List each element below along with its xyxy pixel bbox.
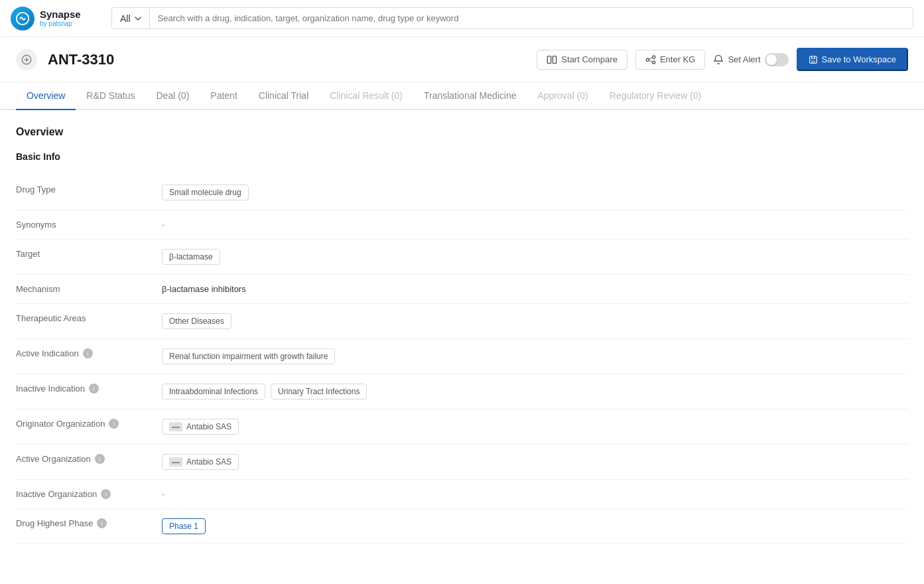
inactive-indication-tag-2[interactable]: Urinary Tract Infections	[271, 384, 367, 400]
tab-rd-status[interactable]: R&D Status	[76, 82, 145, 110]
svg-rect-10	[811, 60, 815, 63]
start-compare-button[interactable]: Start Compare	[537, 50, 627, 70]
save-workspace-button[interactable]: Save to Workspace	[797, 48, 908, 71]
basic-info-title: Basic Info	[16, 151, 908, 162]
active-org-label: Active Organization i	[16, 454, 162, 464]
svg-rect-3	[553, 56, 557, 63]
header: Synapse by patsnap All	[0, 0, 924, 37]
inactive-org-info-icon[interactable]: i	[101, 489, 111, 499]
tab-translational-medicine[interactable]: Translational Medicine	[413, 82, 527, 110]
drug-type-tag[interactable]: Small molecule drug	[162, 184, 249, 200]
inactive-indication-row: Inactive Indication i Intraabdominal Inf…	[16, 374, 908, 409]
drug-highest-phase-info-icon[interactable]: i	[97, 518, 107, 528]
target-label: Target	[16, 249, 162, 259]
svg-line-8	[649, 60, 652, 62]
tab-approval: Approval (0)	[527, 82, 599, 110]
synonyms-row: Synonyms -	[16, 210, 908, 240]
originator-org-row: Originator Organization i ▬▬ Antabio SAS	[16, 409, 908, 445]
drug-icon	[16, 49, 37, 70]
drug-type-label: Drug Type	[16, 184, 162, 194]
search-input[interactable]	[150, 8, 913, 29]
tabs: Overview R&D Status Deal (0) Patent Clin…	[0, 82, 924, 110]
therapeutic-areas-value: Other Diseases	[162, 313, 908, 329]
inactive-indication-label: Inactive Indication i	[16, 384, 162, 394]
drug-highest-phase-tag[interactable]: Phase 1	[162, 518, 206, 534]
search-bar: All	[111, 7, 913, 29]
tab-deal[interactable]: Deal (0)	[146, 82, 200, 110]
active-indication-tag[interactable]: Renal function impairment with growth fa…	[162, 348, 335, 364]
synonyms-value: -	[162, 220, 908, 230]
inactive-indication-tag-1[interactable]: Intraabdominal Infections	[162, 384, 265, 400]
active-indication-value: Renal function impairment with growth fa…	[162, 348, 908, 364]
save-icon	[809, 55, 818, 64]
svg-rect-2	[548, 56, 551, 63]
target-value: β-lactamase	[162, 249, 908, 265]
drug-highest-phase-row: Drug Highest Phase i Phase 1	[16, 509, 908, 544]
logo-text: Synapse by patsnap	[40, 9, 81, 28]
tab-regulatory-review: Regulatory Review (0)	[599, 82, 712, 110]
drug-actions: Start Compare Enter KG Set Alert	[537, 48, 908, 71]
content-area: Overview Basic Info Drug Type Small mole…	[0, 110, 924, 560]
therapeutic-areas-label: Therapeutic Areas	[16, 313, 162, 323]
chevron-down-icon	[135, 15, 141, 22]
alert-icon	[713, 54, 724, 65]
therapeutic-areas-tag[interactable]: Other Diseases	[162, 313, 231, 329]
drug-header: ANT-3310 Start Compare Enter KG	[0, 37, 924, 82]
active-org-row: Active Organization i ▬▬ Antabio SAS	[16, 445, 908, 480]
mechanism-value: β-lactamase inhibitors	[162, 284, 908, 294]
toggle-knob	[766, 54, 777, 65]
compare-icon	[547, 54, 557, 65]
inactive-org-value: -	[162, 489, 908, 499]
inactive-org-row: Inactive Organization i -	[16, 480, 908, 509]
originator-org-logo: ▬▬	[169, 422, 182, 431]
originator-org-value: ▬▬ Antabio SAS	[162, 419, 908, 435]
originator-org-label: Originator Organization i	[16, 419, 162, 429]
logo-icon	[11, 7, 34, 31]
tab-clinical-trial[interactable]: Clinical Trial	[248, 82, 319, 110]
svg-point-4	[646, 58, 649, 61]
set-alert-label: Set Alert	[728, 54, 760, 64]
synonyms-label: Synonyms	[16, 220, 162, 230]
drug-type-value: Small molecule drug	[162, 184, 908, 200]
active-org-logo: ▬▬	[169, 457, 182, 467]
search-type-dropdown[interactable]: All	[112, 8, 150, 29]
inactive-indication-value: Intraabdominal Infections Urinary Tract …	[162, 384, 908, 400]
target-row: Target β-lactamase	[16, 240, 908, 275]
enter-kg-button[interactable]: Enter KG	[635, 50, 705, 70]
overview-section-title: Overview	[16, 126, 908, 138]
originator-org-tag[interactable]: ▬▬ Antabio SAS	[162, 419, 239, 435]
therapeutic-areas-row: Therapeutic Areas Other Diseases	[16, 304, 908, 339]
logo-name: Synapse	[40, 9, 81, 21]
logo: Synapse by patsnap	[11, 7, 103, 31]
active-indication-row: Active Indication i Renal function impai…	[16, 339, 908, 374]
tab-patent[interactable]: Patent	[200, 82, 247, 110]
tab-overview[interactable]: Overview	[16, 82, 76, 110]
active-org-info-icon[interactable]: i	[95, 454, 105, 464]
mechanism-label: Mechanism	[16, 284, 162, 294]
svg-point-6	[653, 61, 655, 64]
drug-highest-phase-value: Phase 1	[162, 518, 908, 534]
target-tag[interactable]: β-lactamase	[162, 249, 220, 265]
drug-highest-phase-label: Drug Highest Phase i	[16, 518, 162, 528]
drug-type-row: Drug Type Small molecule drug	[16, 175, 908, 210]
svg-line-7	[649, 57, 652, 59]
logo-sub: by patsnap	[40, 20, 81, 27]
set-alert-toggle-wrap: Set Alert	[713, 53, 788, 66]
inactive-org-label: Inactive Organization i	[16, 489, 162, 499]
active-org-value: ▬▬ Antabio SAS	[162, 454, 908, 470]
tab-clinical-result: Clinical Result (0)	[319, 82, 413, 110]
active-org-tag[interactable]: ▬▬ Antabio SAS	[162, 454, 239, 470]
set-alert-toggle[interactable]	[765, 53, 789, 66]
active-indication-label: Active Indication i	[16, 348, 162, 358]
inactive-indication-info-icon[interactable]: i	[89, 384, 99, 394]
kg-icon	[645, 54, 656, 65]
active-indication-info-icon[interactable]: i	[83, 348, 93, 358]
drug-name: ANT-3310	[48, 51, 526, 68]
originator-org-info-icon[interactable]: i	[109, 419, 119, 429]
svg-point-5	[653, 56, 655, 58]
mechanism-row: Mechanism β-lactamase inhibitors	[16, 275, 908, 304]
